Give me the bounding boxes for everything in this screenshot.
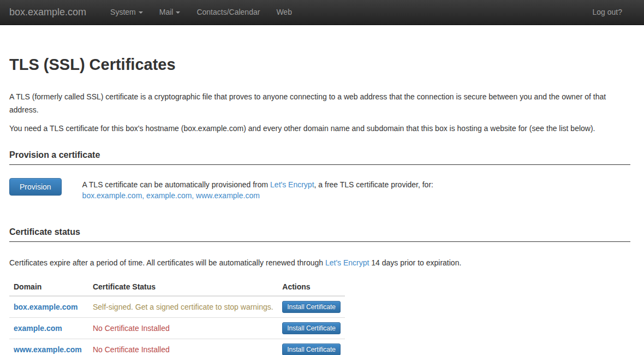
provision-text-after-link: , a free TLS certificate provider, for: bbox=[314, 180, 433, 189]
table-header-row: Domain Certificate Status Actions bbox=[9, 278, 345, 296]
page-title: TLS (SSL) Certificates bbox=[9, 56, 630, 74]
domain-link-www-example-com[interactable]: www.example.com bbox=[14, 345, 82, 354]
nav-item-contacts-calendar-label: Contacts/Calendar bbox=[196, 0, 260, 25]
navbar-brand[interactable]: box.example.com bbox=[0, 0, 94, 25]
lets-encrypt-link[interactable]: Let's Encrypt bbox=[270, 180, 314, 189]
install-certificate-button[interactable]: Install Certificate bbox=[282, 344, 341, 355]
install-certificate-button[interactable]: Install Certificate bbox=[282, 322, 341, 334]
table-row: www.example.com No Certificate Installed… bbox=[9, 339, 345, 355]
domain-link-box-example-com[interactable]: box.example.com bbox=[14, 303, 78, 311]
nav-item-mail[interactable]: Mail bbox=[151, 0, 189, 25]
provision-domains-links[interactable]: box.example.com, example.com, www.exampl… bbox=[82, 191, 260, 200]
status-note: Certificates expire after a period of ti… bbox=[9, 256, 630, 269]
nav-item-system-label: System bbox=[110, 0, 136, 25]
certificate-status-heading: Certificate status bbox=[9, 227, 630, 242]
status-text-after-link: 14 days prior to expiration. bbox=[369, 258, 461, 267]
lets-encrypt-link[interactable]: Let's Encrypt bbox=[325, 258, 369, 267]
domain-link-example-com[interactable]: example.com bbox=[14, 324, 62, 333]
provision-button[interactable]: Provision bbox=[9, 178, 62, 196]
logout-link[interactable]: Log out? bbox=[585, 0, 631, 25]
caret-down-icon bbox=[176, 11, 180, 14]
intro-paragraph-2: You need a TLS certificate for this box'… bbox=[9, 122, 629, 135]
header-actions: Actions bbox=[278, 278, 345, 296]
provision-description: A TLS certificate can be automatically p… bbox=[82, 178, 433, 201]
provision-row: Provision A TLS certificate can be autom… bbox=[9, 178, 630, 201]
table-row: example.com No Certificate Installed Ins… bbox=[9, 318, 345, 339]
caret-down-icon bbox=[139, 11, 143, 14]
navbar-right: Log out? bbox=[585, 0, 644, 25]
certificate-table: Domain Certificate Status Actions box.ex… bbox=[9, 278, 345, 355]
nav-item-web[interactable]: Web bbox=[268, 0, 300, 25]
install-certificate-button[interactable]: Install Certificate bbox=[282, 301, 341, 313]
provision-description-line1: A TLS certificate can be automatically p… bbox=[82, 179, 433, 190]
navbar-menu: System Mail Contacts/Calendar Web bbox=[102, 0, 300, 25]
provision-description-line2: box.example.com, example.com, www.exampl… bbox=[82, 190, 433, 201]
table-row: box.example.com Self-signed. Get a signe… bbox=[9, 296, 345, 318]
nav-item-system[interactable]: System bbox=[102, 0, 151, 25]
status-text: Self-signed. Get a signed certificate to… bbox=[93, 303, 273, 311]
intro-paragraph-1: A TLS (formerly called SSL) certificate … bbox=[9, 90, 629, 116]
provision-text-before-link: A TLS certificate can be automatically p… bbox=[82, 180, 270, 189]
main-content: TLS (SSL) Certificates A TLS (formerly c… bbox=[0, 56, 644, 355]
status-text: No Certificate Installed bbox=[93, 324, 170, 333]
status-text: No Certificate Installed bbox=[93, 345, 170, 354]
header-certificate-status: Certificate Status bbox=[88, 278, 278, 296]
header-domain: Domain bbox=[9, 278, 88, 296]
provision-section-heading: Provision a certificate bbox=[9, 150, 630, 165]
nav-item-contacts-calendar[interactable]: Contacts/Calendar bbox=[188, 0, 268, 25]
status-text-before-link: Certificates expire after a period of ti… bbox=[9, 258, 325, 267]
nav-item-web-label: Web bbox=[276, 0, 292, 25]
top-navbar: box.example.com System Mail Contacts/Cal… bbox=[0, 0, 644, 25]
nav-item-mail-label: Mail bbox=[159, 0, 174, 25]
